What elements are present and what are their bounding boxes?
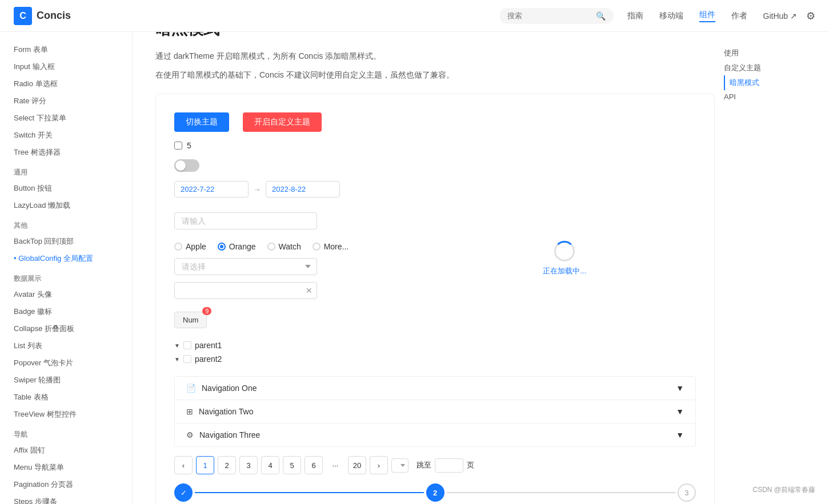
toggle-track[interactable]	[174, 159, 199, 172]
toc-item-api[interactable]: API	[724, 90, 815, 103]
radio-apple[interactable]: Apple	[174, 242, 206, 251]
radio-group-section: Apple Orange Watch More...	[174, 235, 349, 367]
text-input[interactable]	[174, 212, 317, 229]
sidebar-item-treeview[interactable]: TreeView 树型控件	[0, 406, 132, 423]
date-end-input[interactable]	[266, 181, 340, 197]
settings-icon[interactable]: ⚙	[806, 10, 815, 22]
sidebar-item-button[interactable]: Button 按钮	[0, 180, 132, 197]
sidebar-item-select[interactable]: Select 下拉菜单	[0, 110, 132, 127]
sidebar: Form 表单 Input 输入框 Radio 单选框 Rate 评分 Sele…	[0, 32, 133, 504]
page-size-select[interactable]	[391, 458, 409, 473]
badge-button[interactable]: Num	[174, 312, 207, 328]
loading-text: 正在加载中...	[543, 266, 586, 276]
sidebar-item-input[interactable]: Input 输入框	[0, 58, 132, 75]
sidebar-item-steps[interactable]: Steps 步骤条	[0, 493, 132, 504]
nav-menu-item-1[interactable]: 📄 Navigation One ▼	[175, 377, 695, 400]
footer-credit: CSDN @前端常春藤	[752, 485, 815, 495]
nav-menu-item-1-left: 📄 Navigation One	[186, 384, 257, 393]
sidebar-item-form[interactable]: Form 表单	[0, 41, 132, 58]
radio-circle-apple	[174, 243, 182, 251]
sidebar-item-swiper[interactable]: Swiper 轮播图	[0, 372, 132, 389]
page-next-btn[interactable]: ›	[370, 456, 388, 474]
toc: 使用 自定义主题 暗黑模式 API	[724, 46, 815, 103]
select-row: 请选择	[174, 258, 349, 275]
sidebar-item-pagination[interactable]: Pagination 分页器	[0, 476, 132, 493]
checkbox-5[interactable]	[174, 142, 182, 150]
date-start-input[interactable]	[174, 181, 249, 197]
page-jump-input[interactable]	[435, 458, 463, 473]
radio-orange[interactable]: Orange	[218, 242, 256, 251]
tree-label-parent1: parent1	[195, 341, 222, 350]
page-btn-3[interactable]: 3	[239, 456, 258, 474]
nav-menu-item-3[interactable]: ⚙ Navigation Three ▼	[175, 424, 695, 446]
nav-icon-3: ⚙	[186, 430, 194, 440]
header: C Concis 🔍 指南 移动端 组件 作者 GitHub ↗ ⚙	[0, 0, 829, 32]
toc-item-custom-theme[interactable]: 自定义主题	[724, 61, 815, 75]
sidebar-item-menu[interactable]: Menu 导航菜单	[0, 459, 132, 476]
radio-more[interactable]: More...	[313, 242, 349, 251]
select-input[interactable]: 请选择	[174, 258, 317, 275]
radio-label-orange: Orange	[229, 242, 256, 251]
nav-menu-item-2-left: ⊞ Navigation Two	[186, 407, 253, 416]
step-connector-2a	[348, 492, 423, 493]
sidebar-item-table[interactable]: Table 表格	[0, 389, 132, 406]
nav-menu-item-2[interactable]: ⊞ Navigation Two ▼	[175, 400, 695, 424]
radio-label-watch: Watch	[279, 242, 301, 251]
sidebar-item-badge[interactable]: Badge 徽标	[0, 303, 132, 320]
search-icon: 🔍	[596, 11, 606, 21]
sidebar-item-affix[interactable]: Affix 固钉	[0, 442, 132, 459]
demo-box: 切换主题 开启自定义主题 5 →	[155, 94, 715, 504]
step-connector-2b	[447, 492, 522, 493]
toggle-row[interactable]	[174, 159, 696, 172]
date-arrow-icon: →	[253, 185, 261, 194]
page-btn-1[interactable]: 1	[196, 456, 214, 474]
page-btn-4[interactable]: 4	[261, 456, 279, 474]
clear-button[interactable]: ✕	[306, 286, 313, 295]
sidebar-item-backtop[interactable]: BackTop 回到顶部	[0, 233, 132, 250]
nav-menu: 📄 Navigation One ▼ ⊞ Navigation Two ▼ ⚙ …	[174, 376, 696, 447]
search-input[interactable]	[507, 11, 591, 20]
page-btn-2[interactable]: 2	[218, 456, 236, 474]
custom-theme-button[interactable]: 开启自定义主题	[243, 112, 322, 132]
tree-item-parent2[interactable]: ▼ parent2	[174, 353, 349, 365]
radio-label-more: More...	[324, 242, 349, 251]
sidebar-item-tree[interactable]: Tree 树选择器	[0, 144, 132, 161]
nav-guide[interactable]: 指南	[627, 11, 643, 21]
toc-item-use[interactable]: 使用	[724, 46, 815, 61]
loading-spinner	[554, 241, 575, 261]
nav-components[interactable]: 组件	[699, 10, 715, 22]
sidebar-item-switch[interactable]: Switch 开关	[0, 127, 132, 144]
sidebar-item-rate[interactable]: Rate 评分	[0, 92, 132, 110]
radio-circle-more	[313, 243, 321, 251]
page-btn-5[interactable]: 5	[283, 456, 301, 474]
sidebar-item-radio[interactable]: Radio 单选框	[0, 75, 132, 92]
sidebar-item-list[interactable]: List 列表	[0, 337, 132, 354]
page-btn-6[interactable]: 6	[305, 456, 323, 474]
sidebar-item-globalconfig[interactable]: GlobalConfig 全局配置	[0, 250, 132, 267]
radio-circle-watch	[267, 243, 275, 251]
page-prev-btn[interactable]: ‹	[174, 456, 193, 474]
nav-author[interactable]: 作者	[731, 11, 747, 21]
sidebar-item-lazyload[interactable]: LazyLoad 懒加载	[0, 197, 132, 214]
tree-checkbox-parent1[interactable]	[183, 341, 191, 349]
sidebar-item-avatar[interactable]: Avatar 头像	[0, 286, 132, 303]
toc-item-dark-mode[interactable]: 暗黑模式	[724, 75, 815, 90]
steps: ✓ Waiting subTitle__ this is description…	[174, 483, 696, 504]
sidebar-item-collapse[interactable]: Collapse 折叠面板	[0, 320, 132, 337]
tree-label-parent2: parent2	[195, 354, 222, 364]
radio-watch[interactable]: Watch	[267, 242, 301, 251]
nav-item-label-2: Navigation Two	[199, 407, 253, 416]
clear-input-field[interactable]	[174, 282, 317, 299]
switch-theme-button[interactable]: 切换主题	[174, 112, 229, 132]
nav-mobile[interactable]: 移动端	[659, 11, 683, 21]
page-btn-20[interactable]: 20	[348, 456, 366, 474]
nav-icon-2: ⊞	[186, 407, 193, 416]
nav-chevron-2: ▼	[676, 407, 684, 416]
step-connector-3	[522, 492, 675, 493]
tree-item-parent1[interactable]: ▼ parent1	[174, 340, 349, 351]
sidebar-item-popover[interactable]: Popover 气泡卡片	[0, 354, 132, 372]
nav-github[interactable]: GitHub ↗	[763, 11, 797, 21]
tree-checkbox-parent2[interactable]	[183, 355, 191, 363]
tree-arrow-parent1: ▼	[174, 342, 180, 349]
search-bar[interactable]: 🔍	[499, 8, 614, 24]
